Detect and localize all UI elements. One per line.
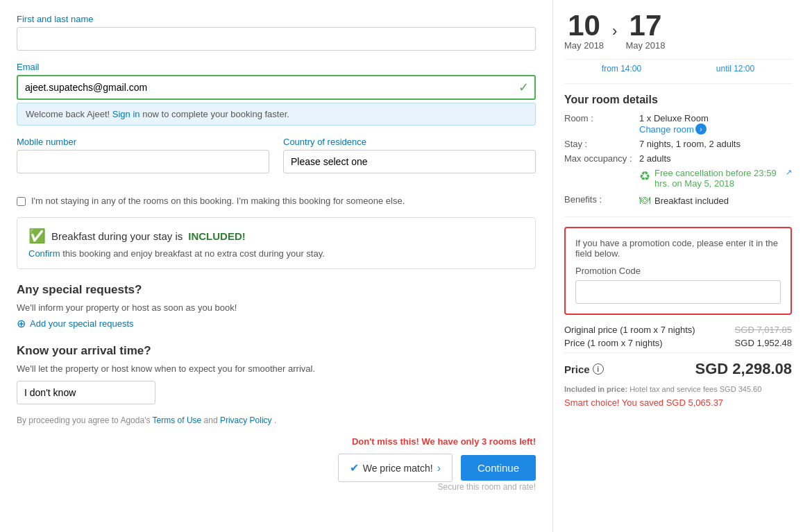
urgent-message: Don't miss this! We have only 3 rooms le…: [17, 436, 536, 447]
right-panel: 10 May 2018 › 17 May 2018 from 14:00 unt…: [553, 0, 803, 532]
privacy-link[interactable]: Privacy Policy: [220, 415, 272, 425]
country-label: Country of residence: [283, 137, 536, 147]
arrival-select-wrap: I don't know Before 12:00 12:00 - 14:00 …: [17, 381, 155, 404]
secure-text: Secure this room and rate!: [17, 482, 536, 492]
price-match-label: We price match!: [363, 463, 433, 474]
room-row: Room : 1 x Deluxe Room Change room ›: [564, 113, 792, 135]
change-room-arrow-icon: ›: [695, 123, 707, 135]
breakfast-confirm-link[interactable]: Confirm: [28, 248, 60, 259]
dates-section: 10 May 2018 › 17 May 2018: [564, 11, 792, 60]
from-time: from 14:00: [602, 64, 641, 74]
bottom-actions: Don't miss this! We have only 3 rooms le…: [17, 436, 536, 492]
left-panel: First and last name Email ✓ Welcome back…: [0, 0, 553, 532]
price-val: SGD 1,952.48: [735, 338, 792, 348]
benefits-val: 🍽 Breakfast included: [639, 194, 729, 207]
free-cancel-text: Free cancellation before 23:59 hrs. on M…: [654, 168, 781, 189]
smart-choice: Smart choice! You saved SGD 5,065.37: [564, 397, 792, 408]
breakfast-benefit-icon: 🍽: [639, 194, 650, 207]
included-tax: Included in price: Hotel tax and service…: [564, 385, 792, 393]
arrival-desc: We'll let the property or host know when…: [17, 363, 536, 374]
email-group: Email ✓ Welcome back Ajeet! Sign in now …: [17, 62, 536, 126]
dates-times: from 14:00 until 12:00: [564, 64, 792, 84]
arrival-select[interactable]: I don't know Before 12:00 12:00 - 14:00 …: [17, 381, 155, 404]
mobile-country-row: Mobile number Country of residence Pleas…: [17, 137, 536, 185]
arrival-title: Know your arrival time?: [17, 344, 536, 358]
promo-section: If you have a promotion code, please ent…: [564, 227, 792, 315]
max-occupancy-row: Max occupancy : 2 adults: [564, 153, 792, 164]
add-requests-label: Add your special requests: [30, 318, 134, 329]
price-label: Price (1 room x 7 nights): [564, 338, 663, 348]
terms-pre: By proceeding you agree to Agoda's: [17, 415, 153, 425]
total-label: Price: [564, 363, 590, 375]
check-out-block: 17 May 2018: [625, 11, 665, 51]
mobile-input[interactable]: [17, 150, 269, 173]
continue-button[interactable]: Continue: [461, 455, 536, 481]
welcome-message: Welcome back Ajeet! Sign in now to compl…: [17, 103, 536, 126]
pricing-section: Original price (1 room x 7 nights) SGD 7…: [564, 325, 792, 408]
not-staying-text: I'm not staying in any of the rooms on t…: [31, 196, 405, 206]
welcome-text: Welcome back Ajeet!: [26, 109, 110, 119]
promo-input[interactable]: [575, 280, 781, 304]
included-label: Included in price:: [564, 385, 627, 393]
add-requests-link[interactable]: ⊕ Add your special requests: [17, 317, 536, 330]
orig-price-label: Original price (1 room x 7 nights): [564, 325, 695, 335]
breakfast-check-icon: ✅: [28, 228, 46, 244]
info-icon[interactable]: i: [593, 363, 604, 375]
first-last-input[interactable]: [17, 27, 536, 51]
email-label: Email: [17, 62, 536, 72]
mobile-group: Mobile number: [17, 137, 269, 173]
stay-row: Stay : 7 nights, 1 room, 2 adults: [564, 139, 792, 149]
not-staying-checkbox[interactable]: [17, 197, 26, 206]
stay-val: 7 nights, 1 room, 2 adults: [639, 139, 741, 149]
leaf-icon: ♻: [639, 169, 650, 184]
price-match-check-icon: ✔: [350, 461, 359, 474]
special-title: Any special requests?: [17, 283, 536, 297]
room-val: 1 x Deluxe Room: [639, 113, 709, 123]
total-label-block: Price i: [564, 363, 604, 375]
promo-notice: If you have a promotion code, please ent…: [575, 238, 781, 259]
room-details-title: Your room details: [564, 94, 792, 106]
mobile-label: Mobile number: [17, 137, 269, 147]
change-room-link[interactable]: Change room ›: [639, 123, 707, 135]
max-key: Max occupancy :: [564, 153, 634, 164]
breakfast-sub: Confirm this booking and enjoy breakfast…: [28, 248, 524, 259]
country-group: Country of residence Please select one S…: [283, 137, 536, 173]
external-link-icon: ↗: [786, 168, 792, 177]
orig-price-row: Original price (1 room x 7 nights) SGD 7…: [564, 325, 792, 335]
breakfast-bold: INCLUDED!: [188, 230, 246, 242]
total-val: SGD 2,298.08: [695, 360, 792, 378]
promo-label: Promotion Code: [575, 266, 781, 276]
terms-link[interactable]: Terms of Use: [153, 415, 202, 425]
email-input[interactable]: [17, 75, 536, 100]
breakfast-benefit-text: Breakfast included: [654, 196, 729, 206]
check-in-block: 10 May 2018: [564, 11, 604, 51]
check-out-month: May 2018: [625, 40, 665, 51]
check-in-month: May 2018: [564, 40, 604, 51]
change-room-text: Change room: [639, 124, 694, 135]
stay-key: Stay :: [564, 139, 634, 149]
first-last-label: First and last name: [17, 14, 536, 24]
until-time: until 12:00: [716, 64, 754, 74]
free-cancel-row: ♻ Free cancellation before 23:59 hrs. on…: [564, 168, 792, 189]
country-select[interactable]: Please select one Singapore India United…: [283, 150, 536, 173]
benefits-row: Benefits : 🍽 Breakfast included: [564, 194, 792, 207]
country-select-wrap: Please select one Singapore India United…: [283, 150, 536, 173]
welcome-rest: now to complete your booking faster.: [142, 109, 289, 119]
breakfast-sub-rest: this booking and enjoy breakfast at no e…: [62, 248, 325, 259]
max-val: 2 adults: [639, 153, 671, 164]
terms-and: and: [204, 415, 220, 425]
benefits-key: Benefits :: [564, 194, 634, 207]
check-in-day: 10: [564, 11, 604, 40]
special-requests-section: Any special requests? We'll inform your …: [17, 283, 536, 330]
sign-in-link[interactable]: Sign in: [112, 109, 140, 119]
check-out-day: 17: [625, 11, 665, 40]
room-val-block: 1 x Deluxe Room Change room ›: [639, 113, 709, 135]
email-check-icon: ✓: [518, 80, 529, 95]
price-match-button[interactable]: ✔ We price match! ›: [338, 454, 453, 482]
terms-text: By proceeding you agree to Agoda's Terms…: [17, 415, 536, 425]
price-row: Price (1 room x 7 nights) SGD 1,952.48: [564, 338, 792, 348]
room-key: Room :: [564, 113, 634, 135]
terms-post: .: [274, 415, 276, 425]
promo-notice-text: If you have a promotion code, please ent…: [575, 238, 778, 259]
dates-arrow-icon: ›: [612, 22, 617, 40]
